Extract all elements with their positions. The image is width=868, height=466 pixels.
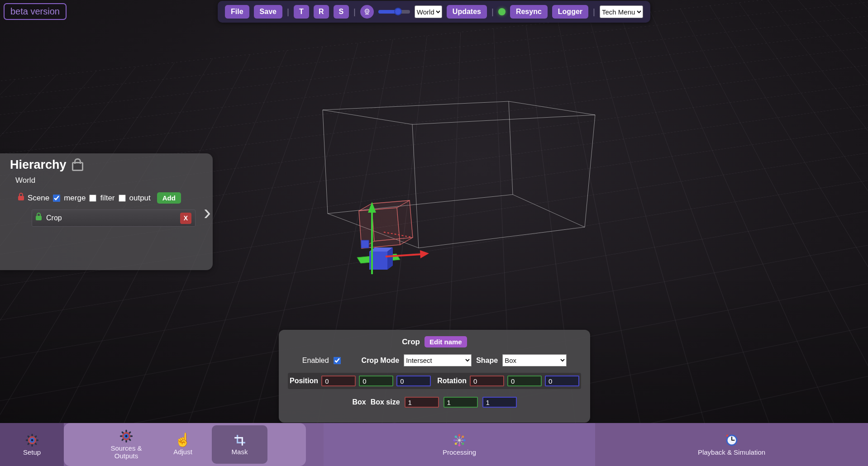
tech-menu-select[interactable]: Tech Menu xyxy=(600,5,643,18)
nav-adjust-label: Adjust xyxy=(173,448,192,456)
nav-mask-selected[interactable]: Mask xyxy=(212,425,267,464)
camera-slider[interactable] xyxy=(378,10,410,14)
nav-processing-label: Processing xyxy=(443,448,476,456)
merge-label: merge xyxy=(64,194,86,203)
position-y-input[interactable] xyxy=(359,376,393,386)
camera-slider-thumb[interactable] xyxy=(394,8,402,15)
top-toolbar: File Save | T R S | World Updates | Resy… xyxy=(218,1,650,23)
output-checkbox[interactable] xyxy=(119,195,126,202)
beta-version-badge: beta version xyxy=(4,3,67,20)
translate-mode-button[interactable]: T xyxy=(294,5,309,19)
panel-expand-chevron[interactable]: › xyxy=(204,201,211,223)
gear-icon xyxy=(25,433,39,447)
nav-adjust[interactable]: ☝ Adjust xyxy=(163,423,202,466)
delete-crop-button[interactable]: X xyxy=(180,213,191,224)
nav-sources-outputs-label: Sources & Outputs xyxy=(99,444,153,460)
bottom-nav: Setup Sources & Outputs ☝ Adjust xyxy=(0,423,868,466)
shape-label: Shape xyxy=(476,357,498,365)
camera-icon xyxy=(363,8,371,15)
resync-button[interactable]: Resync xyxy=(510,5,548,19)
shape-select[interactable]: Box xyxy=(502,354,567,366)
enabled-checkbox[interactable] xyxy=(334,357,341,364)
crop-lock-icon[interactable] xyxy=(36,216,42,220)
edit-name-button[interactable]: Edit name xyxy=(424,336,467,347)
save-button[interactable]: Save xyxy=(254,5,282,19)
nav-group-mask-tools: Sources & Outputs ☝ Adjust Mask xyxy=(64,423,306,466)
gear-icon xyxy=(119,429,133,443)
rotation-x-input[interactable] xyxy=(470,376,504,386)
nav-playback-simulation[interactable]: Playback & Simulation xyxy=(595,423,868,466)
box-size-y-input[interactable] xyxy=(444,397,478,408)
hierarchy-lock-icon[interactable] xyxy=(72,162,83,171)
add-node-button[interactable]: Add xyxy=(157,192,181,204)
hand-pointer-icon: ☝ xyxy=(175,433,191,447)
box-size-x-input[interactable] xyxy=(405,397,439,408)
filter-checkbox[interactable] xyxy=(89,195,96,202)
merge-checkbox[interactable] xyxy=(53,195,60,202)
enabled-label: Enabled xyxy=(302,357,329,365)
toolbar-separator: | xyxy=(353,7,356,17)
nav-sources-outputs[interactable]: Sources & Outputs xyxy=(89,423,163,466)
toolbar-separator: | xyxy=(593,7,595,17)
rotation-label: Rotation xyxy=(437,377,467,385)
hierarchy-panel: Hierarchy World Scene merge filter outpu… xyxy=(0,153,213,270)
updates-button[interactable]: Updates xyxy=(447,5,487,19)
app-root: beta version File Save | T R S | World U… xyxy=(0,0,868,466)
hierarchy-title: Hierarchy xyxy=(10,158,67,172)
logger-button[interactable]: Logger xyxy=(552,5,588,19)
position-x-input[interactable] xyxy=(321,376,356,386)
connection-status-dot xyxy=(498,8,506,15)
box-size-label: Box size xyxy=(371,398,400,406)
rotation-y-input[interactable] xyxy=(507,376,542,386)
rotation-z-input[interactable] xyxy=(545,376,579,386)
hierarchy-item-label: Crop xyxy=(46,214,62,222)
crop-mode-select[interactable]: Intersect xyxy=(404,354,472,366)
crop-mode-label: Crop Mode xyxy=(362,357,400,365)
scene-row: Scene merge filter output Add xyxy=(18,192,213,204)
gizmo-cube-small[interactable] xyxy=(361,240,369,248)
position-z-input[interactable] xyxy=(396,376,431,386)
scale-mode-button[interactable]: S xyxy=(334,5,349,19)
scene-label: Scene xyxy=(28,194,49,203)
box-section-label: Box xyxy=(352,398,366,406)
filter-label: filter xyxy=(100,194,114,203)
world-root-label: World xyxy=(15,176,213,185)
crop-panel-title: Crop xyxy=(402,338,420,347)
nav-processing[interactable]: Processing xyxy=(324,423,595,466)
nav-setup-label: Setup xyxy=(23,448,41,456)
nav-spacer xyxy=(306,423,324,466)
nav-playback-label: Playback & Simulation xyxy=(698,448,765,456)
clock-icon xyxy=(725,433,739,447)
crop-properties-panel: Crop Edit name Enabled Crop Mode Interse… xyxy=(279,330,590,423)
nav-setup[interactable]: Setup xyxy=(0,423,64,466)
file-button[interactable]: File xyxy=(225,5,249,19)
box-size-z-input[interactable] xyxy=(482,397,517,408)
space-select[interactable]: World xyxy=(415,5,442,18)
processing-network-icon xyxy=(453,433,466,447)
nav-mask-label: Mask xyxy=(232,448,248,456)
rotate-mode-button[interactable]: R xyxy=(314,5,329,19)
position-label: Position xyxy=(290,377,318,385)
camera-button[interactable] xyxy=(360,5,374,19)
toolbar-separator: | xyxy=(491,7,494,17)
toolbar-separator: | xyxy=(287,7,289,17)
gizmo-axis-x-head[interactable] xyxy=(420,250,429,258)
hierarchy-item-crop[interactable]: Crop X xyxy=(32,209,196,227)
output-label: output xyxy=(129,194,151,203)
scene-lock-icon[interactable] xyxy=(18,196,24,200)
crop-icon xyxy=(234,434,246,447)
